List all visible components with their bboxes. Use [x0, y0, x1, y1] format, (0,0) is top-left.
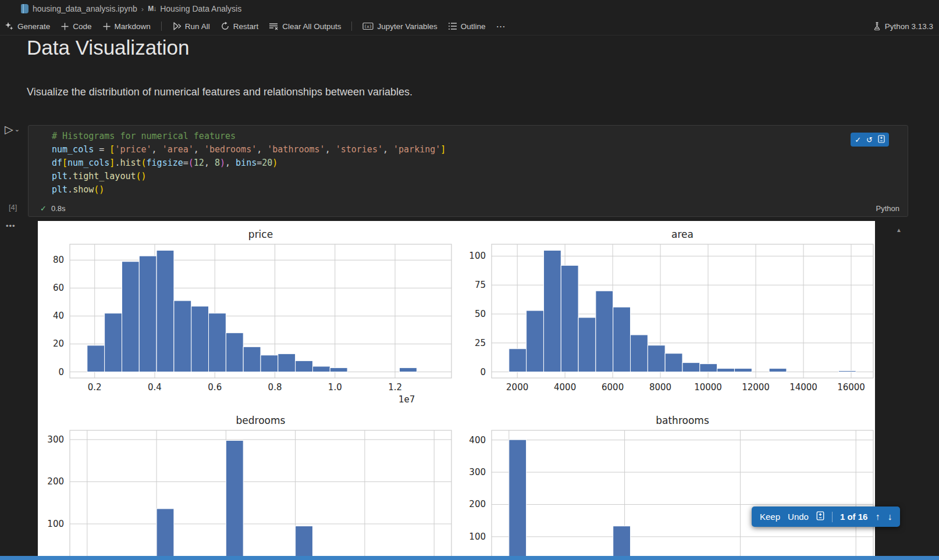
- plus-icon: [102, 22, 111, 31]
- jupyter-variables-button[interactable]: (x) Jupyter Variables: [362, 22, 437, 31]
- breadcrumb-file[interactable]: housing_data_analysis.ipynb: [33, 4, 137, 13]
- next-cell-focus-border: [0, 556, 939, 560]
- svg-text:80: 80: [53, 255, 64, 265]
- kernel-picker-button[interactable]: Python 3.13.3: [873, 22, 933, 31]
- histogram-bar: [226, 333, 243, 372]
- axis-offset-label: 1e7: [399, 394, 415, 405]
- svg-text:0: 0: [480, 367, 486, 377]
- vscode-notebook-window: housing_data_analysis.ipynb › M↓ Housing…: [0, 0, 939, 560]
- svg-text:8000: 8000: [649, 382, 671, 393]
- svg-text:20: 20: [53, 338, 64, 349]
- svg-text:100: 100: [469, 532, 486, 542]
- histogram-bar: [296, 361, 313, 372]
- histogram-bar: [191, 306, 209, 372]
- svg-text:0.8: 0.8: [268, 382, 282, 393]
- svg-text:200: 200: [469, 499, 486, 509]
- svg-text:400: 400: [469, 435, 486, 445]
- svg-text:0.4: 0.4: [148, 382, 162, 393]
- notebook-toolbar: Generate Code Markdown Run All Restart: [0, 17, 939, 35]
- histogram-bar: [122, 262, 139, 372]
- histogram-bar: [613, 526, 631, 556]
- cell-status-bar: ✓ 0.8s Python: [29, 201, 908, 216]
- notebook-file-icon: [21, 4, 29, 13]
- histogram-bar: [596, 291, 613, 372]
- code-line: # Histograms for numerical features: [52, 130, 446, 143]
- generate-button[interactable]: Generate: [5, 22, 50, 31]
- histogram-bar: [769, 369, 787, 372]
- histogram-bar: [87, 345, 105, 372]
- collapse-triangle-icon[interactable]: ▲: [896, 227, 902, 233]
- subplot-price: 0204060800.20.40.60.81.01.2price1e7: [53, 229, 451, 405]
- diff-file-icon[interactable]: [816, 511, 824, 522]
- undo-button[interactable]: Undo: [788, 512, 809, 522]
- histogram-bar: [838, 371, 856, 372]
- execution-time: 0.8s: [51, 204, 66, 213]
- next-edit-arrow-down-icon[interactable]: ↓: [887, 512, 892, 522]
- clear-all-outputs-button[interactable]: Clear All Outputs: [269, 22, 341, 31]
- histogram-bar: [296, 526, 313, 556]
- more-actions-button[interactable]: ⋯: [496, 21, 506, 32]
- review-bar-divider: [832, 512, 833, 522]
- histogram-bar: [330, 368, 347, 372]
- breadcrumb-section[interactable]: Housing Data Analysis: [160, 4, 241, 13]
- histogram-bar: [174, 301, 191, 372]
- svg-text:1.0: 1.0: [328, 382, 342, 393]
- histogram-bar: [717, 369, 735, 372]
- svg-text:2000: 2000: [506, 382, 528, 393]
- add-markdown-button[interactable]: Markdown: [102, 22, 151, 31]
- svg-text:6000: 6000: [602, 382, 624, 393]
- histogram-bar: [682, 363, 700, 372]
- run-cell-icon: ▷: [5, 123, 13, 136]
- svg-text:16000: 16000: [837, 382, 865, 393]
- accept-check-icon[interactable]: ✓: [855, 136, 861, 144]
- svg-text:10000: 10000: [694, 382, 722, 393]
- output-options-icon[interactable]: •••: [6, 222, 16, 230]
- code-line: plt.tight_layout(): [52, 170, 446, 183]
- run-cell-button[interactable]: ▷ ⌄: [5, 123, 20, 136]
- ellipsis-icon: ⋯: [496, 21, 506, 32]
- histogram-bar: [278, 354, 296, 372]
- svg-text:1.2: 1.2: [388, 382, 402, 393]
- diff-file-icon[interactable]: [878, 135, 885, 144]
- svg-text:100: 100: [47, 519, 64, 529]
- code-line: df[num_cols].hist(figsize=(12, 8), bins=…: [52, 156, 446, 170]
- markdown-icon: M↓: [148, 5, 156, 13]
- run-all-button[interactable]: Run All: [172, 22, 210, 31]
- run-all-icon: [172, 22, 182, 31]
- histogram-bar: [139, 256, 156, 372]
- histogram-bar: [561, 265, 578, 372]
- subplot-area: 0255075100200040006000800010000120001400…: [469, 229, 873, 393]
- histogram-bar: [665, 354, 682, 372]
- add-code-button[interactable]: Code: [61, 22, 91, 31]
- markdown-heading: Data Visualization: [27, 36, 190, 59]
- previous-edit-arrow-up-icon[interactable]: ↑: [875, 512, 880, 522]
- code-editor[interactable]: # Histograms for numerical featuresnum_c…: [52, 130, 446, 197]
- svg-text:50: 50: [475, 309, 486, 319]
- histogram-bar: [700, 364, 717, 372]
- histogram-bar: [543, 250, 561, 372]
- subplot-title: area: [671, 229, 693, 240]
- breadcrumb: housing_data_analysis.ipynb › M↓ Housing…: [0, 0, 939, 17]
- histogram-bar: [400, 368, 417, 372]
- code-cell[interactable]: # Histograms for numerical featuresnum_c…: [28, 125, 908, 217]
- subplot-title: bathrooms: [656, 415, 709, 426]
- edit-counter: 1 of 16: [840, 512, 868, 522]
- discard-undo-icon[interactable]: ↺: [866, 136, 873, 144]
- restart-icon: [220, 22, 230, 31]
- keep-button[interactable]: Keep: [760, 512, 780, 522]
- restart-button[interactable]: Restart: [220, 22, 259, 31]
- svg-text:12000: 12000: [742, 382, 770, 393]
- subplot-title: price: [248, 229, 273, 240]
- histograms-figure: 0204060800.20.40.60.81.01.2price1e702550…: [38, 221, 875, 556]
- cell-language-label[interactable]: Python: [876, 204, 899, 213]
- histogram-bar: [243, 347, 261, 372]
- svg-text:40: 40: [53, 311, 64, 321]
- cell-output: 0204060800.20.40.60.81.01.2price1e702550…: [38, 221, 875, 556]
- edit-review-bar: Keep Undo 1 of 16 ↑ ↓: [752, 507, 900, 527]
- clear-outputs-icon: [269, 22, 279, 31]
- svg-text:300: 300: [47, 434, 64, 445]
- outline-button[interactable]: Outline: [448, 22, 486, 31]
- histogram-bar: [209, 313, 226, 372]
- code-line: num_cols = ['price', 'area', 'bedrooms',…: [52, 143, 446, 156]
- histogram-bar: [613, 307, 631, 372]
